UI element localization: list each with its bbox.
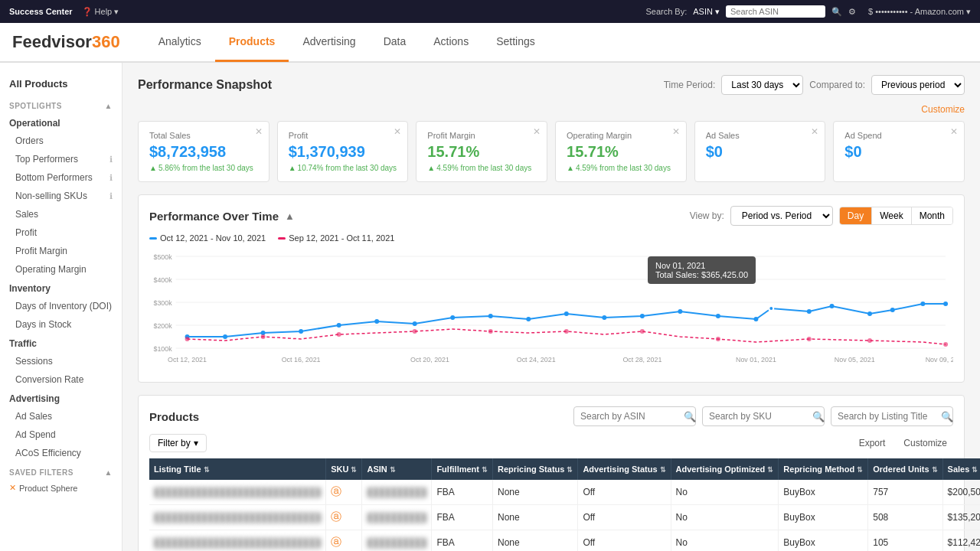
tab-data[interactable]: Data <box>370 23 420 62</box>
svg-point-27 <box>807 309 812 314</box>
close-ad-spend[interactable]: ✕ <box>950 126 958 137</box>
sidebar-item-days-in-stock[interactable]: Days in Stock <box>0 315 122 334</box>
col-fulfillment[interactable]: Fulfillment⇅ <box>432 458 493 480</box>
cell-sku: ⓐ <box>326 480 362 505</box>
kpi-title-ad-spend: Ad Spend <box>844 131 953 140</box>
main-nav: Analytics Products Advertising Data Acti… <box>145 23 549 62</box>
col-repricing-method[interactable]: Repricing Method⇅ <box>779 458 868 480</box>
close-profit-margin[interactable]: ✕ <box>533 126 541 137</box>
sidebar-item-non-selling[interactable]: Non-selling SKUs ℹ <box>0 187 122 205</box>
tab-products[interactable]: Products <box>215 23 289 62</box>
gear-icon[interactable]: ⚙ <box>848 7 856 17</box>
svg-text:$500k: $500k <box>153 253 172 261</box>
col-listing-title[interactable]: Listing Title⇅ <box>149 458 326 480</box>
kpi-operating-margin: ✕ Operating Margin 15.71% ▲ 4.59% from t… <box>555 121 687 182</box>
cell-advertising-optimized: No <box>671 480 779 505</box>
tab-actions[interactable]: Actions <box>420 23 482 62</box>
search-sku-input[interactable] <box>702 406 825 426</box>
cell-listing-title: ████████████████████████████ <box>149 530 326 552</box>
svg-point-25 <box>753 317 758 321</box>
table-row[interactable]: ████████████████████████████ ⓐ █████████… <box>149 505 980 530</box>
sidebar-item-ad-spend[interactable]: Ad Spend <box>0 425 122 444</box>
cell-repricing-method: BuyBox <box>779 530 868 552</box>
close-ad-sales[interactable]: ✕ <box>811 126 818 137</box>
cell-repricing-status: None <box>493 480 578 505</box>
svg-point-26 <box>769 306 773 311</box>
compared-to-label: Compared to: <box>809 80 865 90</box>
close-profit[interactable]: ✕ <box>394 126 401 137</box>
time-controls: Time Period: Last 30 days Compared to: P… <box>664 75 965 95</box>
day-button[interactable]: Day <box>840 207 872 224</box>
search-title-input[interactable] <box>831 406 953 426</box>
month-button[interactable]: Month <box>912 207 952 224</box>
col-repricing-status[interactable]: Repricing Status⇅ <box>493 458 578 480</box>
sidebar-item-ad-sales[interactable]: Ad Sales <box>0 407 122 425</box>
compared-to-select[interactable]: Previous period <box>871 75 965 95</box>
kpi-value-ad-sales: $0 <box>706 143 815 161</box>
sidebar-item-sessions[interactable]: Sessions <box>0 352 122 370</box>
time-period-select[interactable]: Last 30 days <box>721 75 803 95</box>
search-by-type[interactable]: ASIN ▾ <box>693 7 720 17</box>
sidebar: All Products SPOTLIGHTS ▲ Operational Or… <box>0 63 122 551</box>
sidebar-item-top-performers[interactable]: Top Performers ℹ <box>0 150 122 168</box>
legend-blue-label: Oct 12, 2021 - Nov 10, 2021 <box>160 233 266 243</box>
sidebar-item-bottom-performers[interactable]: Bottom Performers ℹ <box>0 168 122 187</box>
col-asin[interactable]: ASIN⇅ <box>362 458 432 480</box>
svg-point-18 <box>488 314 493 318</box>
product-sphere-filter[interactable]: ✕ Product Sphere <box>0 480 122 496</box>
col-sales[interactable]: Sales⇅ <box>942 458 980 480</box>
sidebar-item-operating-margin[interactable]: Operating Margin <box>0 260 122 279</box>
spotlights-collapse-icon[interactable]: ▲ <box>105 102 113 110</box>
filter-by-button[interactable]: Filter by ▾ <box>149 434 207 452</box>
col-advertising-status[interactable]: Advertising Status⇅ <box>578 458 671 480</box>
cell-repricing-method: BuyBox <box>779 480 868 505</box>
export-button[interactable]: Export <box>853 435 892 452</box>
help-menu[interactable]: ❓ Help ▾ <box>82 7 119 17</box>
sidebar-item-sales[interactable]: Sales <box>0 205 122 223</box>
remove-filter-icon[interactable]: ✕ <box>9 483 16 493</box>
close-total-sales[interactable]: ✕ <box>255 126 263 137</box>
tab-settings[interactable]: Settings <box>482 23 549 62</box>
svg-point-31 <box>920 302 925 306</box>
svg-point-24 <box>716 314 720 318</box>
saved-filters-collapse-icon[interactable]: ▲ <box>105 468 113 477</box>
kpi-value-profit: $1,370,939 <box>289 143 397 161</box>
col-sku[interactable]: SKU⇅ <box>326 458 362 480</box>
search-sku-icon: 🔍 <box>812 411 825 426</box>
svg-point-23 <box>678 309 682 314</box>
svg-point-21 <box>602 315 606 320</box>
sidebar-item-profit[interactable]: Profit <box>0 223 122 242</box>
col-ordered-units[interactable]: Ordered Units⇅ <box>868 458 942 480</box>
pot-title: Performance Over Time <box>149 210 279 223</box>
search-icon[interactable]: 🔍 <box>831 7 842 17</box>
period-select[interactable]: Period vs. Period <box>730 206 833 226</box>
sidebar-item-conversion[interactable]: Conversion Rate <box>0 370 122 389</box>
svg-point-33 <box>185 337 190 341</box>
customize-snapshot-link[interactable]: Customize <box>138 104 965 115</box>
customize-products-button[interactable]: Customize <box>897 435 953 452</box>
tab-advertising[interactable]: Advertising <box>289 23 369 62</box>
sidebar-item-acos[interactable]: ACoS Efficiency <box>0 444 122 462</box>
cell-repricing-status: None <box>493 530 578 552</box>
sidebar-item-profit-margin[interactable]: Profit Margin <box>0 242 122 260</box>
logo: Feedvisor360 <box>12 32 120 52</box>
close-operating-margin[interactable]: ✕ <box>672 126 680 137</box>
col-advertising-optimized[interactable]: Advertising Optimized⇅ <box>671 458 779 480</box>
cell-asin: ██████████ <box>362 480 432 505</box>
table-row[interactable]: ████████████████████████████ ⓐ █████████… <box>149 480 980 505</box>
search-asin-input[interactable] <box>573 406 696 426</box>
week-button[interactable]: Week <box>872 207 911 224</box>
svg-text:Oct 20, 2021: Oct 20, 2021 <box>410 356 449 364</box>
kpi-profit-margin: ✕ Profit Margin 15.71% ▲ 4.59% from the … <box>416 121 547 182</box>
sidebar-item-doi[interactable]: Days of Inventory (DOI) <box>0 297 122 315</box>
logo-360: 360 <box>92 32 120 51</box>
pot-collapse-icon[interactable]: ▲ <box>285 210 295 222</box>
all-products-label[interactable]: All Products <box>0 72 122 96</box>
tab-analytics[interactable]: Analytics <box>145 23 215 62</box>
cell-ordered-units: 508 <box>868 505 942 530</box>
legend-pink-line <box>278 237 286 240</box>
table-row[interactable]: ████████████████████████████ ⓐ █████████… <box>149 530 980 552</box>
svg-point-13 <box>299 329 303 334</box>
asin-search-input[interactable] <box>726 5 825 18</box>
sidebar-item-orders[interactable]: Orders <box>0 132 122 150</box>
